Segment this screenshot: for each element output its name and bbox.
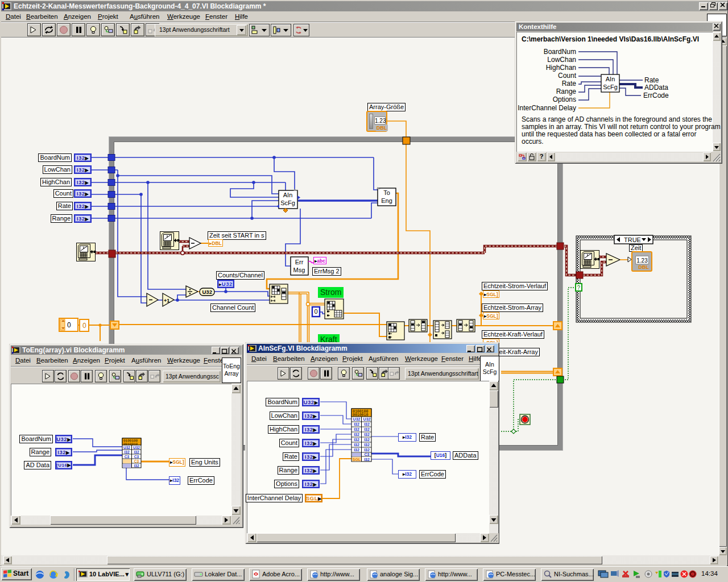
svg-text:ScFg: ScFg [603, 84, 618, 90]
svg-text:Rate: Rate [644, 76, 659, 84]
svg-text:Count: Count [558, 72, 577, 80]
svg-text:Eng: Eng [381, 197, 392, 204]
svg-text:BoardNum: BoardNum [544, 48, 576, 56]
svg-text:occurs.: occurs. [522, 138, 544, 146]
svg-text:Rate: Rate [562, 80, 577, 88]
svg-text:Scans a range of AD channels i: Scans a range of AD channels in the fore… [522, 115, 712, 123]
svg-text:?: ? [577, 285, 581, 291]
svg-text:U32: U32 [202, 289, 212, 295]
svg-text:AIn: AIn [283, 192, 293, 198]
svg-text:ADData: ADData [644, 84, 668, 92]
svg-text:0: 0 [82, 322, 86, 330]
svg-text:Msg: Msg [293, 267, 305, 273]
svg-text:0: 0 [315, 308, 318, 315]
svg-text:To: To [383, 189, 390, 196]
svg-text:Options: Options [553, 95, 576, 103]
svg-text:LowChan: LowChan [547, 56, 576, 64]
svg-text:Err: Err [295, 259, 304, 265]
svg-text:Range: Range [556, 88, 577, 95]
svg-text:0: 0 [67, 321, 71, 329]
svg-text:AIn: AIn [606, 76, 615, 82]
svg-text:InterChannel Delay: InterChannel Delay [518, 104, 576, 112]
svg-text:ScFg: ScFg [280, 199, 295, 206]
svg-text:HighChan: HighChan [546, 64, 576, 72]
svg-text:until the requested data has b: until the requested data has been collec… [522, 130, 697, 138]
svg-text:ErrCode: ErrCode [643, 92, 669, 99]
svg-text:TRUE: TRUE [624, 236, 641, 243]
svg-text:samples in an array. This VI w: samples in an array. This VI will not re… [522, 123, 721, 131]
svg-text:+1: +1 [164, 298, 169, 304]
